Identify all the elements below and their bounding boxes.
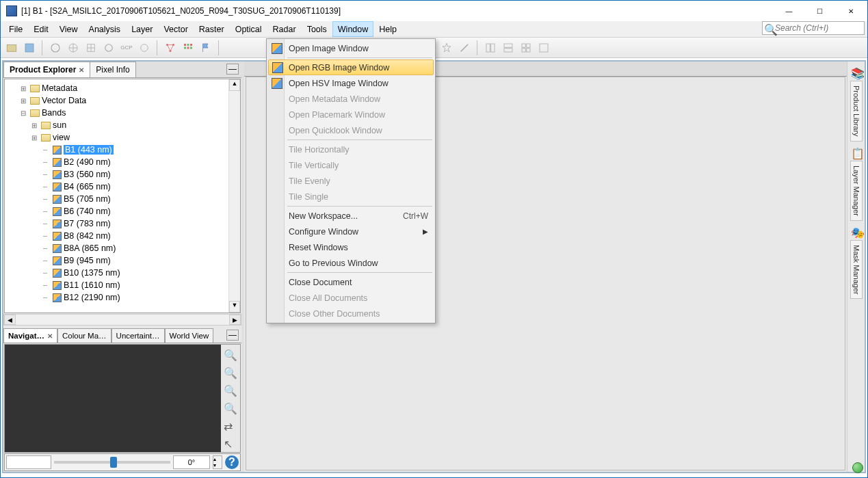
help-icon[interactable]: ? — [225, 455, 239, 469]
zoom-slider[interactable] — [54, 461, 170, 464]
tree-node-band[interactable]: ┄B5 (705 nm) — [5, 193, 240, 205]
tool-tile4-icon[interactable] — [536, 40, 552, 56]
tool-grid1-icon[interactable] — [65, 40, 81, 56]
tool-globe-icon[interactable] — [47, 40, 64, 56]
panel-minimize-button[interactable]: — — [226, 330, 239, 341]
tool-circle2-icon[interactable] — [136, 40, 153, 56]
tool-save-icon[interactable] — [21, 40, 38, 56]
tree-node-band[interactable]: ┄B2 (490 nm) — [5, 156, 240, 168]
tool-gcp-icon[interactable]: GCP — [118, 40, 135, 56]
tool-network-icon[interactable] — [162, 40, 179, 56]
menu-tools[interactable]: Tools — [302, 21, 332, 37]
tool-flag-icon[interactable] — [198, 40, 214, 56]
tree-node-band[interactable]: ┄B9 (945 nm) — [5, 254, 240, 267]
tree-scrollbar[interactable]: ▲ ▼ — [228, 79, 240, 313]
menu-item-configure-window[interactable]: Configure Window▶ — [268, 224, 434, 239]
search-box[interactable]: 🔍 — [762, 21, 865, 35]
tool-pixels-icon[interactable] — [180, 40, 196, 56]
tree-node-sun[interactable]: ⊞sun — [5, 119, 240, 131]
tab-uncertainty[interactable]: Uncertaint… — [111, 328, 165, 343]
product-library-icon[interactable]: 📚 — [851, 67, 862, 78]
rotation-spinner[interactable]: ▴▾ — [213, 455, 222, 469]
expand-icon[interactable]: ⊞ — [18, 97, 28, 105]
menu-optical[interactable]: Optical — [230, 21, 267, 37]
menu-item-open-hsv-image-window[interactable]: Open HSV Image Window — [268, 75, 434, 91]
tab-world-view[interactable]: World View — [165, 328, 214, 343]
menu-edit[interactable]: Edit — [28, 21, 54, 37]
tree-hscroll[interactable]: ◀ ▶ — [3, 314, 241, 326]
menu-layer[interactable]: Layer — [126, 21, 158, 37]
tool-star-icon[interactable] — [438, 40, 455, 56]
tool-open-icon[interactable] — [3, 40, 20, 56]
tree-node-band[interactable]: ┄B6 (740 nm) — [5, 205, 240, 217]
close-icon[interactable]: ✕ — [79, 66, 84, 74]
tool-tile2-icon[interactable] — [500, 40, 516, 56]
tab-layer-manager[interactable]: Layer Manager — [850, 161, 863, 221]
tree-node-bands[interactable]: ⊟Bands — [5, 107, 240, 119]
tab-product-library[interactable]: Product Library — [850, 81, 863, 142]
zoom-in-icon[interactable]: 🔍 — [224, 349, 237, 362]
menu-view[interactable]: View — [54, 21, 83, 37]
zoom-actual-icon[interactable]: 🔍 — [224, 402, 237, 416]
layer-manager-icon[interactable]: 📋 — [851, 147, 862, 158]
sync-icon[interactable]: ⇄ — [224, 420, 237, 434]
scroll-down-icon[interactable]: ▼ — [229, 301, 240, 313]
tree-node-band[interactable]: ┄B8A (865 nm) — [5, 242, 240, 254]
tool-tile1-icon[interactable] — [482, 40, 499, 56]
search-input[interactable] — [775, 23, 863, 33]
tab-pixel-info[interactable]: Pixel Info — [90, 62, 135, 77]
menu-item-open-image-window[interactable]: Open Image Window — [268, 40, 434, 56]
mask-manager-icon[interactable]: 🎭 — [851, 226, 862, 237]
tree-node-band[interactable]: ┄B12 (2190 nm) — [5, 291, 240, 304]
tree-node-band[interactable]: ┄B3 (560 nm) — [5, 168, 240, 181]
tab-product-explorer[interactable]: Product Explorer✕ — [3, 62, 90, 77]
menu-vector[interactable]: Vector — [158, 21, 193, 37]
menu-analysis[interactable]: Analysis — [83, 21, 127, 37]
tree-node-band[interactable]: ┄B10 (1375 nm) — [5, 267, 240, 279]
menu-raster[interactable]: Raster — [194, 21, 230, 37]
menu-window[interactable]: Window — [332, 21, 373, 37]
menu-item-go-to-previous-window[interactable]: Go to Previous Window — [268, 255, 434, 271]
menu-item-close-document[interactable]: Close Document — [268, 274, 434, 290]
menu-item-reset-windows[interactable]: Reset Windows — [268, 239, 434, 255]
zoom-out-icon[interactable]: 🔍 — [224, 367, 237, 380]
collapse-icon[interactable]: ⊟ — [18, 109, 28, 117]
tool-circle-icon[interactable] — [101, 40, 117, 56]
menu-help[interactable]: Help — [373, 21, 402, 37]
tool-wand-icon[interactable] — [456, 40, 473, 56]
minimize-button[interactable]: — — [774, 1, 804, 21]
expand-icon[interactable]: ⊞ — [29, 122, 39, 129]
tree-node-view[interactable]: ⊞view — [5, 131, 240, 144]
expand-icon[interactable]: ⊞ — [29, 134, 39, 142]
tree-node-band[interactable]: ┄B1 (443 nm) — [5, 144, 240, 156]
tree-node-vector-data[interactable]: ⊞Vector Data — [5, 94, 240, 107]
maximize-button[interactable]: ☐ — [804, 1, 835, 21]
scroll-right-icon[interactable]: ▶ — [229, 315, 241, 325]
tree-node-band[interactable]: ┄B7 (783 nm) — [5, 217, 240, 230]
tree-node-band[interactable]: ┄B4 (665 nm) — [5, 181, 240, 193]
panel-minimize-button[interactable]: — — [226, 64, 239, 75]
tab-navigation[interactable]: Navigat…✕ — [3, 328, 57, 343]
tree-node-metadata[interactable]: ⊞Metadata — [5, 82, 240, 94]
menu-file[interactable]: File — [3, 21, 28, 37]
scroll-left-icon[interactable]: ◀ — [4, 315, 16, 325]
navigation-canvas[interactable] — [5, 345, 221, 452]
scroll-up-icon[interactable]: ▲ — [229, 79, 240, 91]
close-button[interactable]: ✕ — [835, 1, 866, 21]
zoom-value-box[interactable] — [6, 455, 51, 469]
cursor-icon[interactable]: ↖ — [224, 438, 237, 451]
tool-grid2-icon[interactable] — [83, 40, 99, 56]
close-icon[interactable]: ✕ — [47, 332, 53, 340]
status-globe-icon[interactable] — [852, 462, 863, 473]
menu-item-new-workspace[interactable]: New Workspace...Ctrl+W — [268, 208, 434, 224]
menu-item-open-rgb-image-window[interactable]: Open RGB Image Window — [268, 59, 434, 75]
tab-mask-manager[interactable]: Mask Manager — [850, 240, 863, 300]
tool-tile3-icon[interactable] — [518, 40, 534, 56]
tab-colour-manipulation[interactable]: Colour Ma… — [57, 328, 111, 343]
slider-thumb[interactable] — [110, 457, 117, 468]
tree-node-band[interactable]: ┄B11 (1610 nm) — [5, 279, 240, 291]
product-tree[interactable]: ⊞Metadata ⊞Vector Data ⊟Bands ⊞sun ⊞view… — [4, 79, 241, 313]
expand-icon[interactable]: ⊞ — [18, 85, 28, 92]
tree-node-band[interactable]: ┄B8 (842 nm) — [5, 230, 240, 242]
menu-radar[interactable]: Radar — [267, 21, 302, 37]
